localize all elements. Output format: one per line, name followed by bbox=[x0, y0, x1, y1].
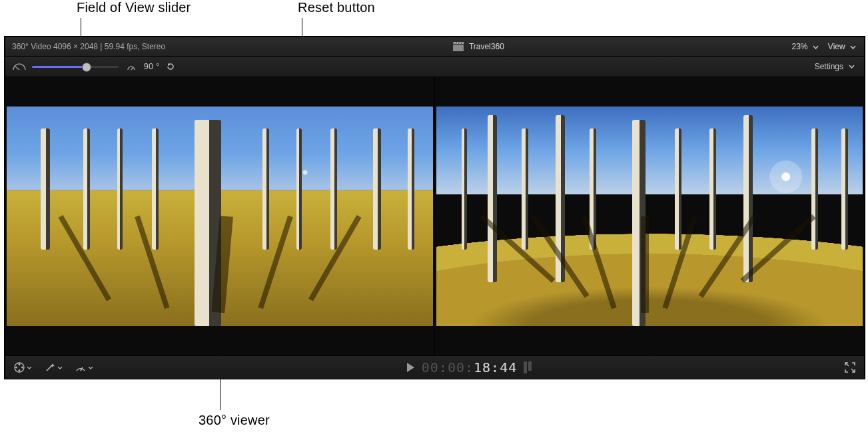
clapperboard-icon bbox=[453, 42, 464, 51]
svg-point-10 bbox=[19, 363, 21, 365]
viewer-equirectangular[interactable] bbox=[435, 77, 864, 355]
fullscreen-icon bbox=[844, 361, 856, 373]
svg-rect-0 bbox=[453, 45, 464, 51]
clip-name: Travel360 bbox=[469, 42, 504, 51]
zoom-menu[interactable]: 23% bbox=[791, 42, 818, 51]
clip-info-text: 360° Video 4096 × 2048 | 59.94 fps, Ster… bbox=[5, 42, 165, 51]
video-frame-overlay bbox=[7, 107, 433, 326]
video-frame-overlay bbox=[436, 107, 863, 326]
slider-knob[interactable] bbox=[82, 63, 91, 72]
annotation-reset: Reset button bbox=[298, 0, 375, 15]
enhance-menu[interactable] bbox=[44, 361, 63, 373]
audio-meter bbox=[524, 361, 532, 373]
svg-line-6 bbox=[15, 67, 19, 70]
view-label: View bbox=[828, 42, 845, 51]
annotation-fov-slider: Field of View slider bbox=[77, 0, 191, 15]
title-bar: 360° Video 4096 × 2048 | 59.94 fps, Ster… bbox=[5, 37, 864, 57]
enhance-wand-icon bbox=[44, 361, 56, 373]
chevron-down-icon bbox=[88, 366, 93, 369]
viewer-area bbox=[5, 77, 864, 355]
svg-point-11 bbox=[21, 367, 23, 369]
color-reel-menu[interactable] bbox=[13, 361, 32, 373]
fov-value[interactable]: 90 ° bbox=[144, 62, 159, 71]
viewer-360[interactable] bbox=[5, 77, 435, 355]
chevron-down-icon bbox=[57, 366, 63, 369]
fov-wide-icon bbox=[12, 62, 27, 71]
retime-gauge-icon bbox=[75, 361, 87, 373]
annotation-360-viewer: 360° viewer bbox=[199, 413, 270, 428]
svg-line-7 bbox=[131, 67, 133, 70]
zoom-value: 23% bbox=[791, 42, 807, 51]
color-reel-icon bbox=[13, 361, 25, 373]
svg-marker-16 bbox=[407, 363, 414, 372]
play-icon bbox=[406, 362, 415, 373]
reset-button[interactable] bbox=[165, 61, 177, 73]
chevron-down-icon bbox=[849, 65, 855, 69]
view-menu[interactable]: View bbox=[828, 42, 856, 51]
fov-toolstrip: 90 ° Settings bbox=[5, 57, 864, 77]
timecode-display[interactable]: 00:00:18:44 bbox=[422, 359, 517, 375]
retime-menu[interactable] bbox=[75, 361, 93, 373]
settings-label: Settings bbox=[815, 62, 843, 71]
chevron-down-icon bbox=[27, 366, 32, 369]
play-button[interactable] bbox=[406, 362, 415, 373]
svg-point-12 bbox=[19, 369, 21, 371]
reset-icon bbox=[165, 61, 176, 72]
fov-narrow-icon bbox=[124, 62, 139, 71]
chevron-down-icon bbox=[850, 45, 856, 49]
chevron-down-icon bbox=[813, 45, 819, 49]
viewer-window: 360° Video 4096 × 2048 | 59.94 fps, Ster… bbox=[5, 37, 865, 379]
fov-slider[interactable] bbox=[32, 62, 119, 71]
svg-point-13 bbox=[15, 367, 17, 369]
timecode-dim: 00:00: bbox=[422, 359, 474, 375]
slider-fill bbox=[32, 66, 86, 68]
settings-menu[interactable]: Settings bbox=[815, 62, 864, 71]
fullscreen-button[interactable] bbox=[844, 361, 856, 373]
timecode-lit: 18:44 bbox=[474, 359, 517, 375]
transport-bar: 00:00:18:44 bbox=[5, 355, 864, 379]
